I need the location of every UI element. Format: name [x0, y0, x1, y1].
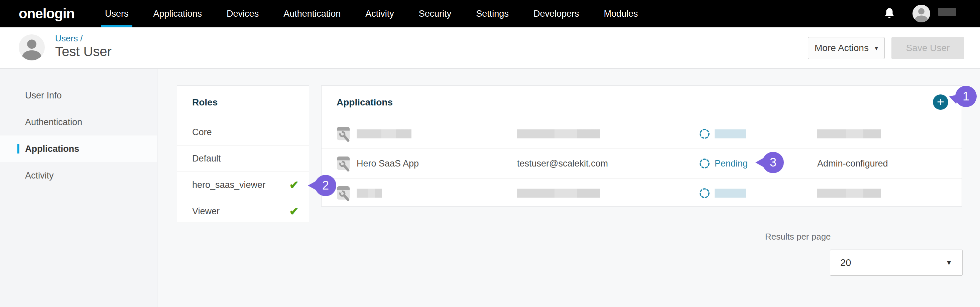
add-application-button[interactable]: +	[933, 95, 948, 110]
check-icon: ✔	[290, 179, 299, 190]
nav-item-developers[interactable]: Developers	[533, 0, 579, 27]
app-default-icon	[337, 126, 351, 142]
app-default-icon	[337, 155, 351, 171]
more-actions-button[interactable]: More Actions ▾	[808, 37, 885, 59]
application-row-placeholder[interactable]	[321, 179, 962, 208]
chevron-down-icon: ▼	[946, 259, 952, 267]
top-nav-bar: onelogin Users Applications Devices Auth…	[0, 0, 980, 27]
sidebar-item-user-info[interactable]: User Info	[0, 82, 157, 109]
page-title: Test User	[55, 44, 111, 59]
nav-account-name-redacted	[938, 8, 956, 16]
role-name: hero_saas_viewer	[192, 180, 266, 190]
onelogin-logo: onelogin	[19, 0, 75, 27]
nav-item-authentication[interactable]: Authentication	[283, 0, 340, 27]
provisioning-spinner-icon	[699, 128, 710, 139]
nav-item-applications[interactable]: Applications	[153, 0, 202, 27]
status-pending-link[interactable]: Pending	[714, 158, 748, 169]
results-per-page-select[interactable]: 20 ▼	[830, 250, 963, 275]
provisioning-spinner-icon	[699, 158, 710, 169]
application-row-hero-saas-app[interactable]: Hero SaaS App testuser@scalekit.com Pend…	[321, 149, 962, 179]
applications-panel-title: Applications	[337, 97, 393, 108]
application-row-placeholder[interactable]	[321, 119, 962, 149]
user-avatar	[19, 34, 45, 60]
role-name: Core	[192, 127, 212, 138]
app-name-placeholder-bar	[356, 130, 412, 138]
provisioning-spinner-icon	[699, 188, 710, 199]
config-placeholder-bar	[817, 189, 881, 198]
app-login-email: testuser@scalekit.com	[517, 158, 608, 169]
config-placeholder-bar	[817, 130, 881, 138]
nav-item-modules[interactable]: Modules	[604, 0, 638, 27]
status-placeholder-bar	[714, 189, 746, 198]
check-icon: ✔	[290, 206, 299, 217]
notifications-bell-icon[interactable]	[884, 7, 895, 20]
status-placeholder-bar	[714, 130, 746, 138]
applications-panel: Applications +	[321, 85, 962, 207]
sidebar-item-activity[interactable]: Activity	[0, 162, 157, 189]
sidebar-item-authentication[interactable]: Authentication	[0, 109, 157, 136]
screen: onelogin Users Applications Devices Auth…	[0, 0, 980, 307]
nav-item-settings[interactable]: Settings	[476, 0, 509, 27]
chevron-down-icon: ▾	[875, 44, 878, 52]
nav-user-avatar[interactable]	[913, 5, 930, 22]
sidebar-item-applications[interactable]: Applications	[0, 136, 157, 162]
more-actions-label: More Actions	[815, 43, 869, 54]
user-detail-sidebar: User Info Authentication Applications Ac…	[0, 69, 158, 307]
nav-item-devices[interactable]: Devices	[227, 0, 259, 27]
person-icon	[19, 34, 45, 60]
role-name: Default	[192, 154, 221, 164]
nav-item-users[interactable]: Users	[105, 0, 129, 27]
app-login-placeholder-bar	[517, 189, 600, 198]
breadcrumb-users-link[interactable]: Users /	[55, 33, 83, 44]
annotation-badge-3: 3	[762, 152, 784, 173]
role-row-core[interactable]: Core	[177, 119, 309, 146]
role-row-viewer[interactable]: Viewer ✔	[177, 198, 309, 224]
nav-items: Users Applications Devices Authenticatio…	[105, 0, 638, 27]
results-per-page-value: 20	[840, 257, 851, 268]
role-row-default[interactable]: Default	[177, 146, 309, 172]
annotation-badge-1: 1	[955, 86, 977, 107]
annotation-badge-2: 2	[315, 175, 336, 196]
roles-panel: Roles Core Default hero_saas_viewer ✔ Vi…	[177, 85, 309, 223]
person-icon	[913, 5, 930, 22]
role-row-hero-saas-viewer[interactable]: hero_saas_viewer ✔	[177, 172, 309, 198]
nav-item-security[interactable]: Security	[419, 0, 452, 27]
nav-item-activity[interactable]: Activity	[365, 0, 394, 27]
save-user-label: Save User	[906, 43, 950, 54]
roles-panel-title: Roles	[177, 86, 309, 119]
role-name: Viewer	[192, 206, 220, 217]
applications-panel-header: Applications +	[321, 86, 962, 119]
app-name-placeholder-bar	[356, 189, 382, 198]
page-header: Users / Test User More Actions ▾ Save Us…	[0, 27, 980, 69]
results-per-page-label: Results per page	[765, 232, 831, 242]
app-default-icon	[337, 185, 351, 201]
config-source-label: Admin-configured	[817, 158, 888, 169]
save-user-button[interactable]: Save User	[891, 37, 964, 59]
app-login-placeholder-bar	[517, 130, 600, 138]
app-name: Hero SaaS App	[356, 158, 419, 169]
